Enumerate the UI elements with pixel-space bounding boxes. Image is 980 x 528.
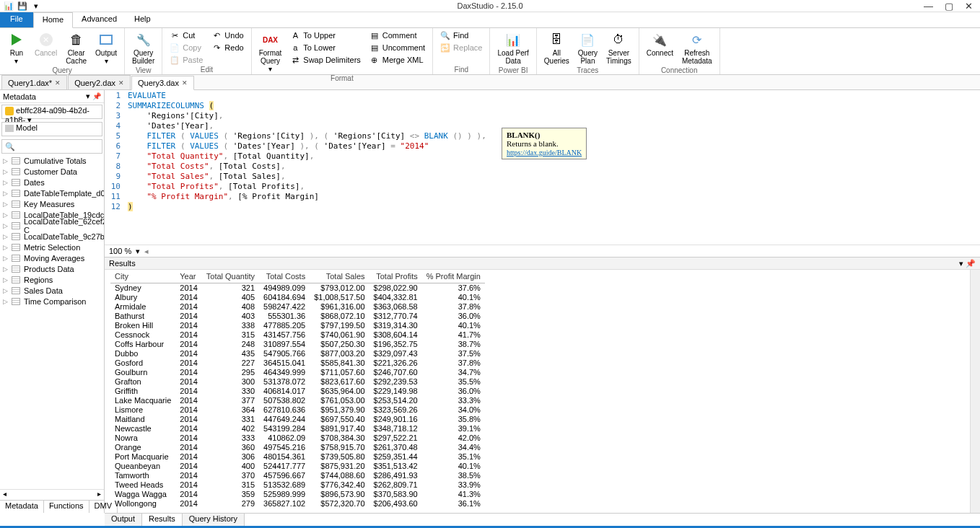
find-button[interactable]: 🔍Find <box>437 30 485 41</box>
table-row[interactable]: Griffith2014330406814.017$635,964.00$229… <box>110 386 485 395</box>
table-item[interactable]: ▷Customer Data <box>0 166 104 177</box>
column-header[interactable]: Total Quantity <box>202 270 259 283</box>
expand-icon[interactable]: ▷ <box>3 265 8 273</box>
table-row[interactable]: Goulburn2014295464349.999$711,057.60$246… <box>110 367 485 377</box>
table-item[interactable]: ▷Metric Selection <box>0 242 104 252</box>
expand-icon[interactable]: ▷ <box>3 179 8 186</box>
expand-icon[interactable]: ▷ <box>3 298 8 305</box>
table-row[interactable]: Lismore2014364627810.636$951,379.90$323,… <box>110 405 485 414</box>
table-row[interactable]: Nowra2014333410862.09$708,384.30$297,522… <box>110 433 485 442</box>
sidebar-tab-functions[interactable]: Functions <box>44 501 89 513</box>
table-row[interactable]: Albury2014405604184.694$1,008,517.50$404… <box>110 292 485 302</box>
doctab[interactable]: Query1.dax*✕ <box>1 75 67 89</box>
qat-save-icon[interactable]: 💾 <box>17 1 28 11</box>
table-item[interactable]: ▷Products Data <box>0 263 104 274</box>
redo-button[interactable]: ↷Redo <box>209 42 246 53</box>
table-row[interactable]: Orange2014360497545.216$758,915.70$261,3… <box>110 442 485 452</box>
sidebar-tab-metadata[interactable]: Metadata <box>0 501 44 513</box>
cut-button[interactable]: ✂Cut <box>167 30 206 41</box>
zoom-dropdown-icon[interactable]: ▾ <box>136 247 140 256</box>
load-perf-data-button[interactable]: 📊Load PerfData <box>494 30 531 66</box>
table-item[interactable]: ▷LocalDateTable_9c27bc4b- <box>0 231 104 242</box>
tooltip-link[interactable]: https://dax.guide/BLANK <box>507 149 582 157</box>
to-lower-button[interactable]: aTo Lower <box>287 42 363 53</box>
table-row[interactable]: Bathurst2014403555301.36$868,072.10$312,… <box>110 311 485 320</box>
tab-file[interactable]: File <box>0 12 33 27</box>
close-tab-icon[interactable]: ✕ <box>118 79 124 87</box>
column-header[interactable]: % Profit Margin <box>422 270 485 283</box>
column-header[interactable]: City <box>110 270 175 283</box>
table-item[interactable]: ▷DateTableTemplate_d095fb <box>0 188 104 198</box>
sidebar-dropdown-icon[interactable]: ▾ 📌 <box>86 92 101 101</box>
expand-icon[interactable]: ▷ <box>3 190 8 197</box>
server-timings-button[interactable]: ⏱ServerTimings <box>603 30 634 66</box>
expand-icon[interactable]: ▷ <box>3 168 8 175</box>
qat-dropdown-icon[interactable]: ▾ <box>30 1 42 11</box>
comment-button[interactable]: ▤Comment <box>367 30 428 41</box>
output-button[interactable]: Output▾ <box>92 30 120 66</box>
scroll-left-icon[interactable]: ◂ <box>144 247 149 256</box>
undo-button[interactable]: ↶Undo <box>209 30 246 41</box>
run-button[interactable]: Run▾ <box>4 30 29 66</box>
pin-icon[interactable]: 📌 <box>92 92 101 100</box>
doctab[interactable]: Query2.dax✕ <box>68 75 131 89</box>
table-item[interactable]: ▷Sales Data <box>0 285 104 296</box>
table-row[interactable]: Sydney2014321494989.099$793,012.00$298,0… <box>110 283 485 292</box>
table-row[interactable]: Coffs Harbour2014248310897.554$507,250.3… <box>110 339 485 348</box>
table-row[interactable]: Grafton2014300531378.072$823,617.60$292,… <box>110 377 485 386</box>
format-query-button[interactable]: DAXFormatQuery▾ <box>256 30 285 74</box>
results-scrollbar[interactable] <box>970 270 980 513</box>
doctab[interactable]: Query3.dax✕ <box>131 76 194 90</box>
table-row[interactable]: Port Macquarie2014306480154.361$739,505.… <box>110 452 485 461</box>
table-item[interactable]: ▷Time Comparison <box>0 296 104 307</box>
table-item[interactable]: ▷Dates <box>0 177 104 188</box>
connect-button[interactable]: 🔌Connect <box>644 30 676 58</box>
output-tab-query-history[interactable]: Query History <box>183 514 245 526</box>
maximize-button[interactable]: ▢ <box>945 1 953 12</box>
tab-help[interactable]: Help <box>126 12 159 27</box>
refresh-metadata-button[interactable]: ⟳RefreshMetadata <box>679 30 715 66</box>
expand-icon[interactable]: ▷ <box>3 157 8 164</box>
expand-icon[interactable]: ▷ <box>3 287 8 294</box>
copy-button[interactable]: 📄Copy <box>167 42 206 53</box>
table-row[interactable]: Cessnock2014315431457.756$740,061.90$308… <box>110 330 485 339</box>
table-item[interactable]: ▷LocalDateTable_62cef255-C <box>0 220 104 231</box>
all-queries-button[interactable]: 🗄AllQueries <box>541 30 572 66</box>
side-scrollbar[interactable]: ◂▸ <box>0 489 104 500</box>
close-tab-icon[interactable]: ✕ <box>182 79 188 87</box>
output-tab-results[interactable]: Results <box>142 514 183 526</box>
tab-home[interactable]: Home <box>33 12 73 28</box>
table-item[interactable]: ▷Moving Averages <box>0 252 104 263</box>
replace-button[interactable]: 🔁Replace <box>437 42 485 53</box>
zoom-level[interactable]: 100 % <box>109 247 131 255</box>
code-editor[interactable]: 123456789101112 EVALUATE SUMMARIZECOLUMN… <box>105 90 980 245</box>
table-row[interactable]: Broken Hill2014338477885.205$797,199.50$… <box>110 320 485 330</box>
table-row[interactable]: Lake Macquarie2014377507538.802$761,053.… <box>110 395 485 405</box>
table-row[interactable]: Tamworth2014370457596.667$744,088.60$286… <box>110 470 485 480</box>
output-tab-output[interactable]: Output <box>105 514 142 526</box>
column-header[interactable]: Total Costs <box>259 270 310 283</box>
database-combo[interactable]: ebffc284-a09b-4b2d-a1b8- ▾ <box>1 105 102 119</box>
table-row[interactable]: Newcastle2014402543199.284$891,917.40$34… <box>110 423 485 433</box>
merge-xml-button[interactable]: ⊕Merge XML <box>367 54 428 66</box>
code-content[interactable]: EVALUATE SUMMARIZECOLUMNS ( 'Regions'[Ci… <box>125 90 980 245</box>
expand-icon[interactable]: ▷ <box>3 211 8 219</box>
metadata-search[interactable]: 🔍 <box>1 139 102 154</box>
cancel-button[interactable]: ✕Cancel <box>32 30 60 58</box>
clear-cache-button[interactable]: 🗑ClearCache <box>63 30 89 66</box>
table-item[interactable]: ▷Key Measures <box>0 198 104 209</box>
table-row[interactable]: Queanbeyan2014400524417.777$875,931.20$3… <box>110 461 485 470</box>
expand-icon[interactable]: ▷ <box>3 276 8 283</box>
query-plan-button[interactable]: 📄QueryPlan <box>575 30 600 66</box>
table-row[interactable]: Wollongong2014279365827.102$572,320.70$2… <box>110 498 485 508</box>
paste-button[interactable]: 📋Paste <box>167 54 206 66</box>
table-row[interactable]: Tweed Heads2014315513532.689$776,342.40$… <box>110 480 485 489</box>
column-header[interactable]: Year <box>175 270 201 283</box>
expand-icon[interactable]: ▷ <box>3 222 8 229</box>
results-dropdown-icon[interactable]: ▾ <box>959 259 963 268</box>
uncomment-button[interactable]: ▤Uncomment <box>367 42 428 53</box>
minimize-button[interactable]: — <box>924 1 933 12</box>
table-item[interactable]: ▷Regions <box>0 274 104 285</box>
results-grid[interactable]: CityYearTotal QuantityTotal CostsTotal S… <box>105 270 970 513</box>
table-row[interactable]: Armidale2014408598247.422$961,316.00$363… <box>110 302 485 311</box>
